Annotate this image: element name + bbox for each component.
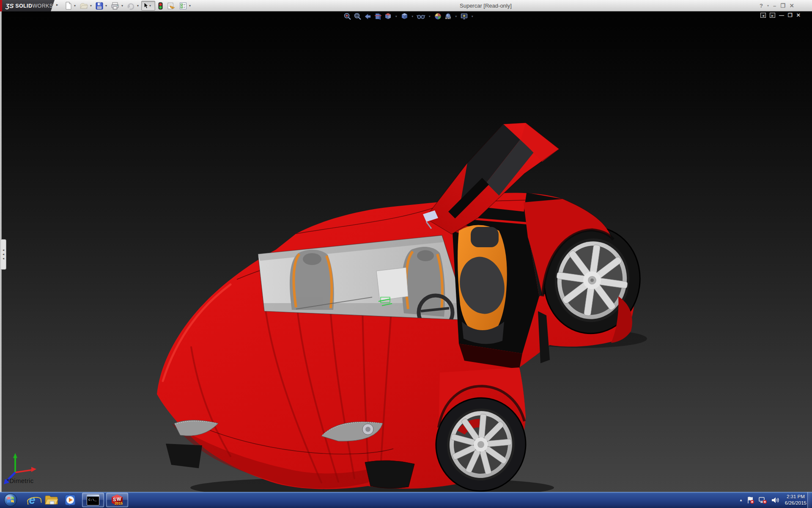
dropdown-icon[interactable]: ▾	[429, 15, 431, 18]
featuremanager-splitter-tab[interactable]: ◂ ◂ ◂	[1, 239, 6, 270]
solidworks-mark-icon: ƷS	[5, 2, 14, 9]
volume-icon[interactable]	[771, 496, 779, 504]
windows-explorer-button[interactable]	[42, 492, 61, 508]
show-hidden-icons-button[interactable]: ▲	[739, 498, 743, 502]
network-status-icon[interactable]	[758, 496, 767, 504]
collapse-panel-icon[interactable]: ◀	[760, 13, 766, 18]
view-orientation-label: *Dimetric	[7, 477, 34, 484]
dropdown-icon[interactable]: ▾	[412, 15, 414, 18]
brand-text-light: WORKS	[32, 3, 53, 9]
taskbar-clock[interactable]: 2:31 PM 6/26/2015	[785, 494, 807, 506]
start-button[interactable]	[4, 492, 17, 508]
menu-flyout-icon[interactable]: ▸	[56, 3, 58, 7]
solidworks-logo: ƷS SOLIDWORKS	[2, 0, 55, 11]
close-button[interactable]: ✕	[790, 3, 794, 9]
brand-accent	[0, 0, 2, 11]
dropdown-icon[interactable]: ▾	[455, 15, 457, 18]
window-controls: ? ▾ – ❐ ✕	[760, 0, 794, 11]
standard-toolbar: ▾ ▾ ▾ ▾ ▾ ▾ ▾	[63, 1, 193, 11]
minimize-button[interactable]: –	[773, 3, 776, 9]
clock-date: 6/26/2015	[785, 500, 807, 506]
clock-time: 2:31 PM	[787, 494, 805, 500]
zoom-to-fit-button[interactable]	[343, 12, 351, 20]
solidworks-window: *Dimetric ◂ ◂ ◂ ▾ ▾ ▾ ▾ ▾ ◀ ▶ — ❐ ✕ ƷS	[0, 0, 812, 508]
command-prompt-icon: C:\_	[87, 494, 99, 505]
show-desktop-button[interactable]	[807, 492, 812, 508]
dropdown-icon[interactable]: ▾	[90, 4, 92, 8]
heads-up-toolbar: ▾ ▾ ▾ ▾ ▾	[343, 12, 475, 20]
dropdown-icon[interactable]: ▾	[137, 4, 139, 8]
hide-show-items-button[interactable]	[417, 12, 425, 20]
save-button[interactable]	[94, 1, 104, 11]
windows-taskbar: e C:\_ S W 2015 ▲	[0, 492, 812, 508]
collapse-arrow-icon: ◂	[3, 253, 4, 256]
collapse-arrow-icon: ◂	[3, 257, 4, 260]
document-minimize-button[interactable]: —	[779, 12, 784, 18]
options-button[interactable]	[178, 1, 188, 11]
new-document-button[interactable]	[63, 1, 73, 11]
dropdown-icon[interactable]: ▾	[767, 4, 769, 8]
document-window-controls: ◀ ▶ — ❐ ✕	[760, 12, 801, 18]
zoom-to-area-button[interactable]	[354, 12, 362, 20]
dropdown-icon[interactable]: ▾	[149, 4, 151, 8]
media-player-button[interactable]	[61, 492, 81, 508]
brand-text-bold: SOLID	[15, 3, 32, 9]
document-restore-button[interactable]: ❐	[788, 12, 793, 18]
dropdown-icon[interactable]: ▾	[395, 15, 397, 18]
window-title: Supercar [Read-only]	[460, 3, 512, 9]
file-properties-button[interactable]	[166, 1, 176, 11]
internet-explorer-icon: e	[29, 494, 35, 507]
document-close-button[interactable]: ✕	[796, 12, 801, 18]
command-prompt-button[interactable]: C:\_	[82, 493, 104, 507]
action-center-icon[interactable]	[746, 496, 754, 504]
dropdown-icon[interactable]: ▾	[105, 4, 107, 8]
folder-icon	[45, 494, 58, 505]
undo-button[interactable]	[126, 1, 136, 11]
display-style-button[interactable]	[401, 12, 409, 20]
restore-button[interactable]: ❐	[780, 3, 785, 9]
help-button[interactable]: ?	[760, 3, 763, 9]
dropdown-icon[interactable]: ▾	[472, 15, 473, 18]
apply-scene-button[interactable]	[444, 12, 452, 20]
section-view-button[interactable]	[374, 12, 382, 20]
internet-explorer-button[interactable]: e	[22, 492, 42, 508]
dropdown-icon[interactable]: ▾	[74, 4, 76, 8]
view-orientation-button[interactable]	[384, 12, 392, 20]
solidworks-2015-icon: S W 2015	[111, 494, 123, 506]
select-tool-button[interactable]: ▾	[141, 1, 155, 11]
expand-panel-icon[interactable]: ▶	[770, 13, 775, 18]
open-button[interactable]	[78, 1, 89, 11]
dropdown-icon[interactable]: ▾	[189, 4, 191, 8]
title-bar: ƷS SOLIDWORKS ▸ ▾ ▾ ▾ ▾ ▾ ▾ ▾ Supercar […	[0, 0, 812, 11]
edit-appearance-button[interactable]	[434, 12, 442, 20]
previous-view-button[interactable]	[364, 12, 372, 20]
media-player-icon	[65, 494, 77, 506]
solidworks-taskbar-button[interactable]: S W 2015	[106, 493, 128, 507]
graphics-area[interactable]	[0, 11, 812, 492]
collapse-arrow-icon: ◂	[3, 249, 4, 251]
system-tray: ▲ 2:31 PM 6/26/2015	[739, 492, 807, 508]
print-button[interactable]	[110, 1, 121, 11]
rebuild-button[interactable]	[157, 1, 164, 11]
view-settings-button[interactable]	[460, 12, 468, 20]
dropdown-icon[interactable]: ▾	[121, 4, 123, 8]
